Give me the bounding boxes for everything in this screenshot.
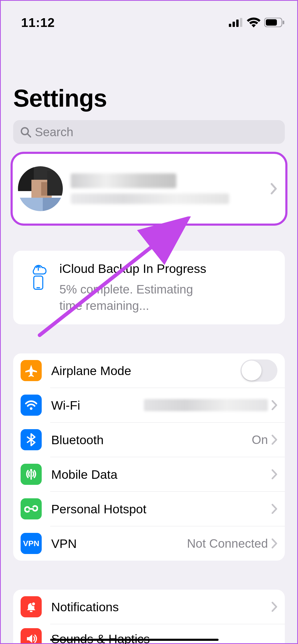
annotation-frame	[0, 0, 298, 644]
profile-subtitle-redacted	[71, 193, 229, 204]
chevron-right-icon	[271, 183, 277, 195]
profile-name-redacted	[71, 173, 176, 188]
apple-id-row[interactable]	[11, 152, 287, 226]
airplane-toggle[interactable]	[240, 359, 277, 382]
wifi-value-redacted	[144, 399, 268, 411]
avatar	[18, 166, 63, 211]
